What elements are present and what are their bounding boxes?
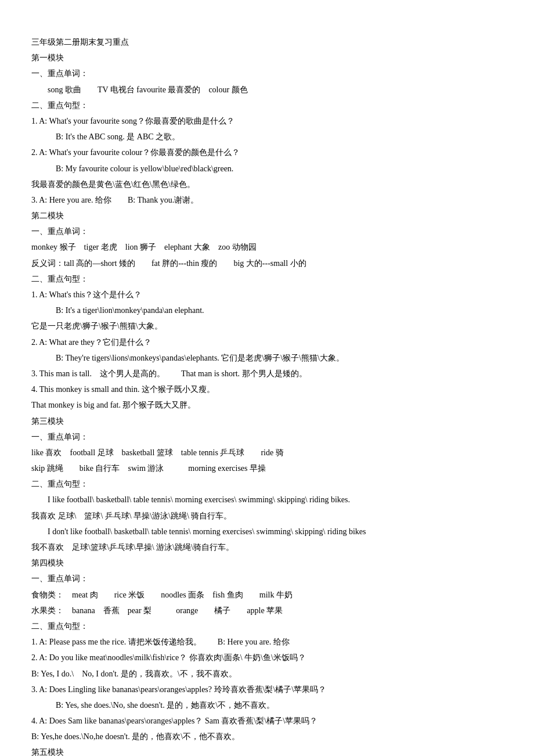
page-title: 三年级第二册期末复习重点 bbox=[31, 35, 503, 49]
module-2-vocab-line2: 反义词：tall 高的—short 矮的 fat 胖的---thin 瘦的 bi… bbox=[31, 256, 503, 271]
module-1-title: 第一模块 bbox=[31, 51, 503, 65]
module-4-title: 第四模块 bbox=[31, 556, 503, 570]
module-3-vocab-title: 一、重点单词： bbox=[31, 430, 503, 444]
module-3-s1b: 我喜欢 足球\ 篮球\ 乒乓球\ 早操\游泳\跳绳\ 骑自行车。 bbox=[31, 509, 503, 523]
module-4-s1: 1. A: Please pass me the rice. 请把米饭传递给我。… bbox=[31, 635, 503, 649]
module-4-s4b: B: Yes,he does.\No,he doesn't. 是的，他喜欢\不，… bbox=[31, 729, 503, 744]
module-1-s1b: B: It's the ABC song. 是 ABC 之歌。 bbox=[31, 129, 503, 144]
module-1-vocab-line1: song 歌曲 TV 电视台 favourite 最喜爱的 colour 颜色 bbox=[31, 82, 503, 97]
module-1-s1: 1. A: What's your favourite song？你最喜爱的歌曲… bbox=[31, 114, 503, 128]
module-3-vocab-line1: like 喜欢 football 足球 basketball 篮球 table … bbox=[31, 445, 503, 460]
module-4-s2: 2. A: Do you like meat\noodles\milk\fish… bbox=[31, 650, 503, 665]
module-4-vocab-title: 一、重点单词： bbox=[31, 571, 503, 586]
module-1-sentence-title: 二、重点句型： bbox=[31, 98, 503, 113]
module-2-s1: 1. A: What's this？这个是什么？ bbox=[31, 287, 503, 302]
module-2-s2b: B: They're tigers\lions\monkeys\pandas\e… bbox=[31, 351, 503, 365]
module-2-s3: 3. This man is tall. 这个男人是高的。 That man i… bbox=[31, 366, 503, 381]
module-4-vocab-line2: 水果类： banana 香蕉 pear 梨 orange 橘子 apple 苹果 bbox=[31, 603, 503, 618]
module-5-title: 第五模块 bbox=[31, 745, 503, 756]
module-2-s2: 2. A: What are they？它们是什么？ bbox=[31, 335, 503, 350]
module-2-vocab-line1: monkey 猴子 tiger 老虎 lion 狮子 elephant 大象 z… bbox=[31, 240, 503, 254]
page-content: 三年级第二册期末复习重点 第一模块 一、重点单词： song 歌曲 TV 电视台… bbox=[31, 35, 503, 756]
module-2-s4b: That monkey is big and fat. 那个猴子既大又胖。 bbox=[31, 398, 503, 412]
module-4-vocab-line1: 食物类： meat 肉 rice 米饭 noodles 面条 fish 鱼肉 m… bbox=[31, 588, 503, 602]
module-3-title: 第三模块 bbox=[31, 414, 503, 429]
module-2-vocab-title: 一、重点单词： bbox=[31, 224, 503, 239]
module-2-sentence-title: 二、重点句型： bbox=[31, 272, 503, 286]
module-3-s2b: 我不喜欢 足球\篮球\乒乓球\早操\ 游泳\跳绳\骑自行车。 bbox=[31, 540, 503, 555]
module-4-s2b: B: Yes, I do.\ No, I don't. 是的，我喜欢。\不，我不… bbox=[31, 667, 503, 681]
module-2-s1c: 它是一只老虎\狮子\猴子\熊猫\大象。 bbox=[31, 319, 503, 333]
module-2-s1b: B: It's a tiger\lion\monkey\panda\an ele… bbox=[31, 303, 503, 318]
module-1-s2: 2. A: What's your favourite colour？你最喜爱的… bbox=[31, 145, 503, 160]
module-4-sentence-title: 二、重点句型： bbox=[31, 619, 503, 633]
module-2-title: 第二模块 bbox=[31, 208, 503, 223]
module-1-vocab-title: 一、重点单词： bbox=[31, 66, 503, 81]
module-1-s2c: 我最喜爱的颜色是黄色\蓝色\红色\黑色\绿色。 bbox=[31, 177, 503, 192]
module-3-sentence-title: 二、重点句型： bbox=[31, 477, 503, 491]
module-1-s3: 3. A: Here you are. 给你 B: Thank you.谢谢。 bbox=[31, 193, 503, 207]
module-2-s4: 4. This monkey is small and thin. 这个猴子既小… bbox=[31, 382, 503, 397]
module-4-s4: 4. A: Does Sam like bananas\pears\orange… bbox=[31, 714, 503, 728]
module-3-s1: I like football\ basketball\ table tenni… bbox=[31, 492, 503, 507]
module-3-vocab-line2: skip 跳绳 bike 自行车 swim 游泳 morning exercis… bbox=[31, 461, 503, 476]
module-3-s2: I don't like football\ basketball\ table… bbox=[31, 524, 503, 539]
module-4-s3: 3. A: Does Lingling like bananas\pears\o… bbox=[31, 682, 503, 697]
module-4-s3b: B: Yes, she does.\No, she doesn't. 是的，她喜… bbox=[31, 698, 503, 712]
module-1-s2b: B: My favourite colour is yellow\blue\re… bbox=[31, 161, 503, 176]
